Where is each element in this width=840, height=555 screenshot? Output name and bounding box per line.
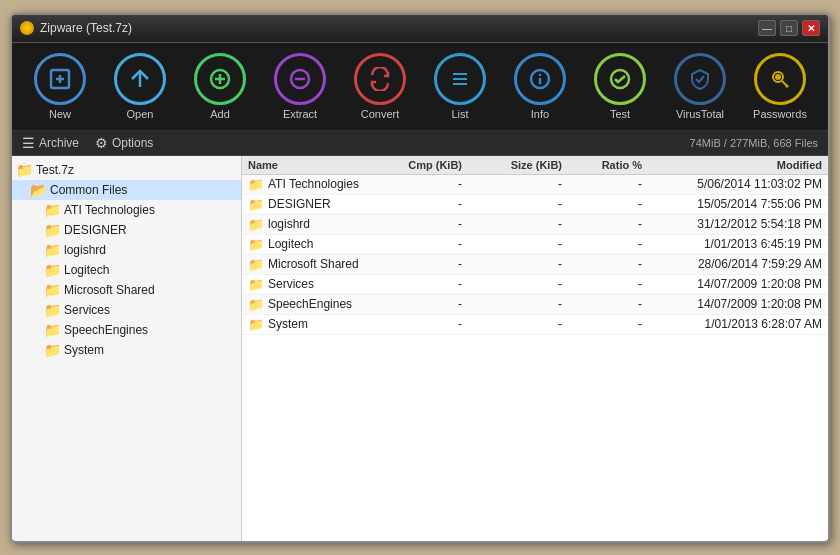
file-ratio: - [562, 217, 642, 231]
col-modified[interactable]: Modified [642, 159, 822, 171]
file-size: - [462, 177, 562, 191]
file-tree[interactable]: 📁 Test.7z 📂 Common Files 📁 ATI Technolog… [12, 156, 242, 541]
passwords-button[interactable]: Passwords [742, 49, 818, 124]
col-ratio[interactable]: Ratio % [562, 159, 642, 171]
tree-label-designer: DESIGNER [64, 223, 127, 237]
file-ratio: - [562, 197, 642, 211]
file-ratio: - [562, 277, 642, 291]
test-button[interactable]: Test [582, 49, 658, 124]
folder-icon-logitech: 📁 [44, 262, 61, 278]
table-row[interactable]: 📁 DESIGNER - - - 15/05/2014 7:55:06 PM [242, 195, 828, 215]
extract-label: Extract [283, 108, 317, 120]
maximize-button[interactable]: □ [780, 20, 798, 36]
file-cmp: - [362, 297, 462, 311]
file-name-cell: 📁 Services [248, 277, 362, 292]
list-label: List [451, 108, 468, 120]
passwords-icon [754, 53, 806, 105]
convert-button[interactable]: Convert [342, 49, 418, 124]
virustotal-button[interactable]: VirusTotal [662, 49, 738, 124]
virustotal-icon [674, 53, 726, 105]
file-name-cell: 📁 DESIGNER [248, 197, 362, 212]
archive-menu[interactable]: ☰ Archive [22, 135, 79, 151]
table-row[interactable]: 📁 Microsoft Shared - - - 28/06/2014 7:59… [242, 255, 828, 275]
app-icon [20, 21, 34, 35]
list-button[interactable]: List [422, 49, 498, 124]
file-modified: 5/06/2014 11:03:02 PM [642, 177, 822, 191]
file-rows: 📁 ATI Technologies - - - 5/06/2014 11:03… [242, 175, 828, 335]
table-row[interactable]: 📁 SpeechEngines - - - 14/07/2009 1:20:08… [242, 295, 828, 315]
file-name: DESIGNER [268, 197, 331, 211]
small-folder-icon: 📁 [248, 257, 264, 272]
folder-icon-speechengines: 📁 [44, 322, 61, 338]
table-row[interactable]: 📁 Services - - - 14/07/2009 1:20:08 PM [242, 275, 828, 295]
extract-button[interactable]: Extract [262, 49, 338, 124]
tree-item-commonfiles[interactable]: 📂 Common Files [12, 180, 241, 200]
col-name[interactable]: Name [248, 159, 362, 171]
small-folder-icon: 📁 [248, 277, 264, 292]
table-row[interactable]: 📁 logishrd - - - 31/12/2012 5:54:18 PM [242, 215, 828, 235]
file-name-cell: 📁 System [248, 317, 362, 332]
open-button[interactable]: Open [102, 49, 178, 124]
new-button[interactable]: New [22, 49, 98, 124]
tree-item-logitech[interactable]: 📁 Logitech [12, 260, 241, 280]
options-menu[interactable]: ⚙ Options [95, 135, 153, 151]
tree-label-services: Services [64, 303, 110, 317]
file-cmp: - [362, 197, 462, 211]
small-folder-icon: 📁 [248, 217, 264, 232]
col-cmp[interactable]: Cmp (KiB) [362, 159, 462, 171]
svg-point-17 [776, 75, 780, 79]
file-list[interactable]: Name Cmp (KiB) Size (KiB) Ratio % Modifi… [242, 156, 828, 541]
folder-icon-system: 📁 [44, 342, 61, 358]
passwords-label: Passwords [753, 108, 807, 120]
file-ratio: - [562, 177, 642, 191]
tree-item-atitechnologies[interactable]: 📁 ATI Technologies [12, 200, 241, 220]
file-name-cell: 📁 ATI Technologies [248, 177, 362, 192]
virustotal-label: VirusTotal [676, 108, 724, 120]
tree-item-logishrd[interactable]: 📁 logishrd [12, 240, 241, 260]
file-ratio: - [562, 237, 642, 251]
titlebar: Zipware (Test.7z) — □ ✕ [12, 15, 828, 43]
tree-item-services[interactable]: 📁 Services [12, 300, 241, 320]
menubar: ☰ Archive ⚙ Options 74MiB / 277MiB, 668 … [12, 131, 828, 156]
small-folder-icon: 📁 [248, 197, 264, 212]
table-row[interactable]: 📁 Logitech - - - 1/01/2013 6:45:19 PM [242, 235, 828, 255]
info-button[interactable]: Info [502, 49, 578, 124]
tree-item-test7z[interactable]: 📁 Test.7z [12, 160, 241, 180]
close-button[interactable]: ✕ [802, 20, 820, 36]
minimize-button[interactable]: — [758, 20, 776, 36]
test-label: Test [610, 108, 630, 120]
tree-item-microsoftshared[interactable]: 📁 Microsoft Shared [12, 280, 241, 300]
add-label: Add [210, 108, 230, 120]
file-name: Microsoft Shared [268, 257, 359, 271]
file-name: Services [268, 277, 314, 291]
tree-item-designer[interactable]: 📁 DESIGNER [12, 220, 241, 240]
tree-item-speechengines[interactable]: 📁 SpeechEngines [12, 320, 241, 340]
file-size: - [462, 217, 562, 231]
options-menu-label: Options [112, 136, 153, 150]
file-modified: 28/06/2014 7:59:29 AM [642, 257, 822, 271]
table-row[interactable]: 📁 ATI Technologies - - - 5/06/2014 11:03… [242, 175, 828, 195]
window-controls: — □ ✕ [758, 20, 820, 36]
file-list-header: Name Cmp (KiB) Size (KiB) Ratio % Modifi… [242, 156, 828, 175]
file-name-cell: 📁 Microsoft Shared [248, 257, 362, 272]
add-icon [194, 53, 246, 105]
table-row[interactable]: 📁 System - - - 1/01/2013 6:28:07 AM [242, 315, 828, 335]
file-cmp: - [362, 177, 462, 191]
add-button[interactable]: Add [182, 49, 258, 124]
folder-icon-ati: 📁 [44, 202, 61, 218]
col-size[interactable]: Size (KiB) [462, 159, 562, 171]
svg-point-14 [540, 74, 541, 75]
folder-open-icon: 📂 [30, 182, 47, 198]
tree-label-msshared: Microsoft Shared [64, 283, 155, 297]
small-folder-icon: 📁 [248, 297, 264, 312]
tree-item-system[interactable]: 📁 System [12, 340, 241, 360]
file-modified: 14/07/2009 1:20:08 PM [642, 277, 822, 291]
open-label: Open [127, 108, 154, 120]
test-icon [594, 53, 646, 105]
file-size: - [462, 197, 562, 211]
info-icon [514, 53, 566, 105]
file-cmp: - [362, 237, 462, 251]
small-folder-icon: 📁 [248, 177, 264, 192]
folder-icon-msshared: 📁 [44, 282, 61, 298]
file-modified: 1/01/2013 6:45:19 PM [642, 237, 822, 251]
